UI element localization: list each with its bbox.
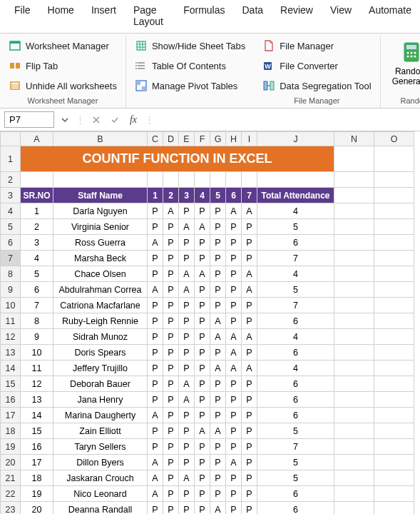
name-cell[interactable]: Ruby-Leigh Rennie (53, 313, 148, 329)
row-header-23[interactable]: 23 (1, 502, 21, 515)
attendance-cell[interactable]: A (242, 203, 257, 219)
attendance-cell[interactable]: P (242, 423, 257, 439)
total-cell[interactable]: 5 (257, 423, 334, 439)
attendance-cell[interactable]: A (210, 361, 226, 376)
cell[interactable] (334, 188, 374, 203)
attendance-cell[interactable]: A (179, 470, 195, 486)
attendance-cell[interactable]: P (179, 502, 195, 515)
fx-button[interactable]: fx (126, 113, 140, 127)
cell[interactable] (195, 172, 210, 188)
cell[interactable] (179, 172, 195, 188)
attendance-cell[interactable]: A (226, 329, 242, 345)
attendance-cell[interactable]: P (226, 502, 242, 515)
cell[interactable] (334, 203, 374, 219)
col-header-B[interactable]: B (53, 132, 148, 146)
row-header-4[interactable]: 4 (1, 203, 21, 219)
attendance-cell[interactable]: P (148, 345, 163, 361)
srno-cell[interactable]: 3 (21, 235, 53, 251)
srno-cell[interactable]: 12 (21, 376, 53, 392)
attendance-cell[interactable]: P (179, 408, 195, 423)
attendance-cell[interactable]: P (148, 298, 163, 313)
attendance-cell[interactable]: A (148, 408, 163, 423)
total-cell[interactable]: 6 (257, 486, 334, 502)
attendance-cell[interactable]: P (226, 376, 242, 392)
attendance-cell[interactable]: A (179, 282, 195, 298)
name-cell[interactable]: Taryn Sellers (53, 439, 148, 455)
attendance-cell[interactable]: P (210, 455, 226, 470)
attendance-cell[interactable]: P (179, 235, 195, 251)
file-manager-button[interactable]: File Manager (260, 38, 374, 54)
row-header-7[interactable]: 7 (1, 251, 21, 266)
name-cell[interactable]: Zain Elliott (53, 423, 148, 439)
cell[interactable] (163, 172, 179, 188)
attendance-cell[interactable]: P (163, 251, 179, 266)
srno-cell[interactable]: 20 (21, 502, 53, 515)
total-cell[interactable]: 4 (257, 203, 334, 219)
attendance-cell[interactable]: P (242, 235, 257, 251)
attendance-cell[interactable]: P (163, 486, 179, 502)
attendance-cell[interactable]: P (179, 423, 195, 439)
cancel-button[interactable] (89, 113, 103, 127)
name-cell[interactable]: Dillon Byers (53, 455, 148, 470)
name-cell[interactable]: Abdulrahman Correa (53, 282, 148, 298)
cell[interactable] (334, 329, 374, 345)
col-header-H[interactable]: H (226, 132, 242, 146)
attendance-cell[interactable]: A (179, 266, 195, 282)
attendance-cell[interactable]: P (226, 282, 242, 298)
srno-cell[interactable]: 17 (21, 455, 53, 470)
attendance-cell[interactable]: P (242, 298, 257, 313)
header-staff-name[interactable]: Staff Name (53, 188, 148, 203)
cell[interactable] (334, 455, 374, 470)
row-header-19[interactable]: 19 (1, 439, 21, 455)
attendance-cell[interactable]: P (195, 486, 210, 502)
flip-tab-button[interactable]: Flip Tab (6, 58, 120, 74)
total-cell[interactable]: 6 (257, 502, 334, 515)
attendance-cell[interactable]: P (242, 439, 257, 455)
attendance-cell[interactable]: P (242, 502, 257, 515)
cell[interactable] (374, 219, 414, 235)
attendance-cell[interactable]: P (226, 423, 242, 439)
attendance-cell[interactable]: P (179, 329, 195, 345)
attendance-cell[interactable]: P (179, 298, 195, 313)
attendance-cell[interactable]: A (179, 376, 195, 392)
header-day-2[interactable]: 2 (163, 188, 179, 203)
row-header-2[interactable]: 2 (1, 172, 21, 188)
attendance-cell[interactable]: P (179, 203, 195, 219)
srno-cell[interactable]: 6 (21, 282, 53, 298)
attendance-cell[interactable]: P (195, 282, 210, 298)
attendance-cell[interactable]: P (195, 345, 210, 361)
cell[interactable] (374, 392, 414, 408)
srno-cell[interactable]: 10 (21, 345, 53, 361)
attendance-cell[interactable]: P (148, 219, 163, 235)
cell[interactable] (334, 266, 374, 282)
row-header-15[interactable]: 15 (1, 376, 21, 392)
cell[interactable] (53, 172, 148, 188)
attendance-cell[interactable]: P (210, 376, 226, 392)
srno-cell[interactable]: 7 (21, 298, 53, 313)
menu-page-layout[interactable]: Page Layout (125, 1, 175, 30)
attendance-cell[interactable]: P (242, 486, 257, 502)
cell[interactable] (226, 172, 242, 188)
attendance-cell[interactable]: P (195, 203, 210, 219)
cell[interactable] (21, 172, 53, 188)
cell[interactable] (334, 423, 374, 439)
srno-cell[interactable]: 19 (21, 486, 53, 502)
attendance-cell[interactable]: A (242, 266, 257, 282)
attendance-cell[interactable]: P (195, 298, 210, 313)
total-cell[interactable]: 5 (257, 219, 334, 235)
row-header-13[interactable]: 13 (1, 345, 21, 361)
srno-cell[interactable]: 13 (21, 392, 53, 408)
cell[interactable] (374, 486, 414, 502)
total-cell[interactable]: 7 (257, 439, 334, 455)
row-header-21[interactable]: 21 (1, 470, 21, 486)
cell[interactable] (334, 439, 374, 455)
worksheet-grid[interactable]: ABCDEFGHIJNO1COUNTIF FUNCTION IN EXCEL23… (0, 131, 420, 514)
attendance-cell[interactable]: A (179, 219, 195, 235)
cell[interactable] (334, 146, 374, 172)
col-header-I[interactable]: I (242, 132, 257, 146)
name-cell[interactable]: Nico Leonard (53, 486, 148, 502)
name-cell[interactable]: Doris Spears (53, 345, 148, 361)
attendance-cell[interactable]: P (148, 266, 163, 282)
row-header-1[interactable]: 1 (1, 146, 21, 172)
cell[interactable] (374, 298, 414, 313)
